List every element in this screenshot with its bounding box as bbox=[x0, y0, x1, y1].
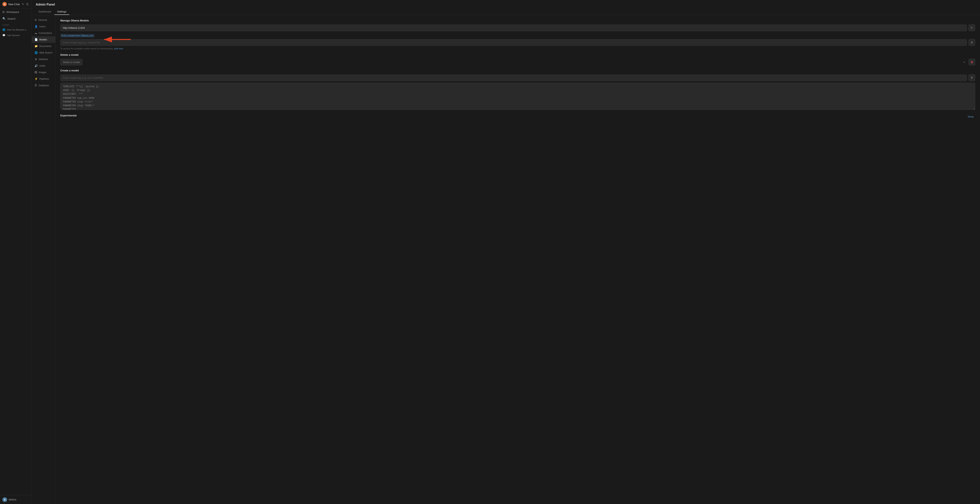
workspace-icon: ⊞ bbox=[2, 10, 5, 13]
manage-models-title: Manage Ollama Models bbox=[60, 19, 975, 22]
documents-label: Documents bbox=[39, 45, 51, 48]
tab-dashboard[interactable]: Dashboard bbox=[36, 9, 54, 15]
delete-model-button[interactable]: 🗑 bbox=[969, 59, 975, 65]
settings-nav-connections[interactable]: ☁ Connections bbox=[32, 30, 56, 36]
users-icon: 👤 bbox=[35, 25, 38, 28]
web-search-icon: 🌐 bbox=[35, 51, 38, 54]
admin-panel-title: Admin Panel bbox=[36, 3, 976, 6]
create-tag-row: ⬆ bbox=[60, 74, 975, 81]
settings-nav-documents[interactable]: 📁 Documents bbox=[32, 43, 56, 49]
modelfile-textarea[interactable]: TEMPLATE """{{ .System }} USER: {{ .Prom… bbox=[60, 83, 975, 110]
interface-label: Interface bbox=[39, 58, 48, 61]
pull-tag-row: ⬇ bbox=[60, 39, 975, 46]
models-icon: 📄 bbox=[35, 38, 38, 41]
create-model-title: Create a model bbox=[60, 69, 975, 72]
url-row: ↻ bbox=[60, 24, 975, 31]
username-label: bitdoze bbox=[9, 498, 16, 501]
settings-nav-images[interactable]: 🖼 Images bbox=[32, 69, 56, 76]
audio-label: Audio bbox=[39, 65, 45, 67]
settings-nav-interface[interactable]: 🖥 Interface bbox=[32, 56, 56, 62]
documents-icon: 📁 bbox=[35, 44, 38, 48]
sidebar-top-left: O New Chat bbox=[2, 2, 20, 6]
users-label: Users bbox=[39, 25, 45, 28]
menu-icon[interactable]: ☰ bbox=[26, 2, 29, 6]
settings-nav-pipelines[interactable]: ⚡ Pipelines bbox=[32, 76, 56, 82]
ollama-url-input[interactable] bbox=[60, 25, 967, 31]
refresh-url-button[interactable]: ↻ bbox=[969, 24, 975, 31]
pull-model-tag-input[interactable] bbox=[60, 39, 967, 46]
admin-header: Admin Panel Dashboard Settings bbox=[32, 0, 980, 15]
admin-tabs: Dashboard Settings bbox=[36, 9, 976, 15]
settings-nav-web-search[interactable]: 🌐 Web Search bbox=[32, 49, 56, 56]
user-avatar: B bbox=[2, 497, 7, 502]
connections-label: Connections bbox=[39, 32, 52, 35]
settings-nav-audio[interactable]: 🔊 Audio bbox=[32, 62, 56, 69]
delete-select-row: Select a model 🗑 bbox=[60, 59, 975, 65]
pipelines-label: Pipelines bbox=[39, 78, 49, 80]
show-experimental-button[interactable]: Show bbox=[966, 115, 975, 119]
sidebar-item-search[interactable]: 🔍 Search bbox=[0, 15, 32, 22]
settings-nav-database[interactable]: 🗄 Database bbox=[32, 82, 56, 89]
main-panel: Admin Panel Dashboard Settings ⚙ General… bbox=[32, 0, 980, 504]
web-search-label: Web Search bbox=[39, 51, 52, 54]
experimental-row: Experimental Show bbox=[60, 114, 975, 119]
pull-label: Pull a model from Ollama.com bbox=[60, 34, 95, 38]
settings-nav-general[interactable]: ⚙ General bbox=[32, 17, 56, 23]
interface-icon: 🖥 bbox=[35, 58, 37, 61]
chat-history-item-2[interactable]: 💬 I am Gemma bbox=[0, 33, 32, 38]
settings-nav-users[interactable]: 👤 Users bbox=[32, 23, 56, 30]
images-label: Images bbox=[39, 71, 46, 74]
tab-settings[interactable]: Settings bbox=[54, 9, 69, 15]
create-model-button[interactable]: ⬆ bbox=[969, 74, 975, 81]
chat-label-1: How You Became so Smart? Co bbox=[7, 29, 29, 31]
chat-icon-1: 🌐 bbox=[2, 29, 5, 31]
general-label: General bbox=[38, 19, 47, 21]
sidebar-icon-group: ✎ ☰ bbox=[21, 2, 29, 6]
delete-model-select[interactable]: Select a model bbox=[60, 59, 83, 65]
audio-icon: 🔊 bbox=[35, 64, 38, 67]
images-icon: 🖼 bbox=[35, 71, 37, 74]
search-icon: 🔍 bbox=[2, 17, 6, 20]
user-profile[interactable]: B bitdoze bbox=[0, 495, 32, 504]
settings-sidebar: ⚙ General 👤 Users ☁ Connections 📄 Models… bbox=[32, 15, 56, 504]
pull-section: Pull a model from Ollama.com ⬇ To access… bbox=[60, 34, 975, 50]
database-icon: 🗄 bbox=[35, 84, 37, 87]
delete-section: Delete a model Select a model 🗑 bbox=[60, 53, 975, 65]
chat-history-item-1[interactable]: 🌐 How You Became so Smart? Co bbox=[0, 27, 32, 33]
create-section: Create a model ⬆ TEMPLATE """{{ .System … bbox=[60, 69, 975, 111]
connections-icon: ☁ bbox=[35, 32, 37, 35]
edit-icon[interactable]: ✎ bbox=[21, 2, 25, 6]
section-today: Today bbox=[0, 22, 32, 27]
delete-model-title: Delete a model bbox=[60, 53, 975, 56]
settings-nav-models[interactable]: 📄 Models bbox=[32, 36, 56, 43]
models-label: Models bbox=[39, 38, 47, 41]
experimental-label: Experimental bbox=[60, 114, 76, 117]
pull-help-text: To access the available model names for … bbox=[60, 48, 975, 50]
click-here-link[interactable]: click here. bbox=[114, 48, 124, 50]
settings-content: Manage Ollama Models ↻ Pull a model from… bbox=[56, 15, 980, 504]
database-label: Database bbox=[39, 84, 49, 87]
sidebar-top: O New Chat ✎ ☰ bbox=[0, 0, 32, 8]
app-icon: O bbox=[2, 2, 7, 6]
model-select-wrapper: Select a model bbox=[60, 59, 967, 65]
pipelines-icon: ⚡ bbox=[35, 77, 38, 80]
general-icon: ⚙ bbox=[35, 19, 37, 21]
content-wrapper: ⚙ General 👤 Users ☁ Connections 📄 Models… bbox=[32, 15, 980, 504]
chat-label-2: I am Gemma bbox=[7, 34, 20, 36]
sidebar: O New Chat ✎ ☰ ⊞ Workspace 🔍 Search Toda… bbox=[0, 0, 32, 504]
create-model-tag-input[interactable] bbox=[60, 74, 967, 81]
sidebar-item-workspace[interactable]: ⊞ Workspace bbox=[0, 8, 32, 15]
sidebar-app-title: New Chat bbox=[8, 3, 20, 6]
download-model-button[interactable]: ⬇ bbox=[969, 39, 975, 46]
sidebar-workspace-label: Workspace bbox=[6, 11, 19, 13]
chat-icon-2: 💬 bbox=[2, 34, 5, 37]
sidebar-search-label: Search bbox=[7, 17, 16, 20]
